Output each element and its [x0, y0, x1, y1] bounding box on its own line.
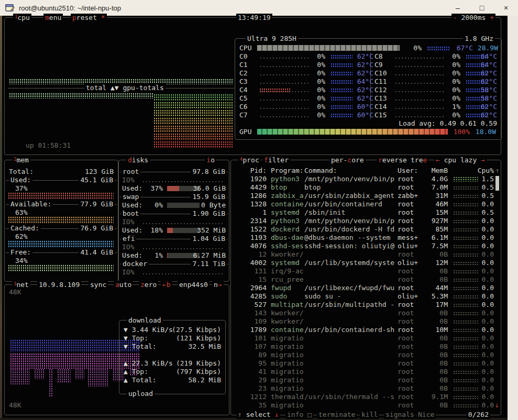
process-program: sshd-ses [271, 242, 304, 250]
process-row[interactable]: 1920python3/mnt/python/venv/bin/proot4.0… [231, 175, 501, 183]
disk-io-label: IO% [122, 176, 134, 184]
process-user: oliu+ [398, 259, 423, 267]
process-row[interactable]: 15rcu_preeroot0B0.0 [231, 275, 501, 284]
process-row[interactable]: 109kworker/root0B0.0 [231, 317, 501, 326]
terminate-button[interactable]: terminate [317, 411, 357, 419]
process-row[interactable]: 89migratioroot0B0.0 [231, 351, 501, 359]
process-row[interactable]: 1286zabbix_a/usr/sbin/zabbix_agentzabb+3… [231, 192, 501, 200]
process-user: root [398, 334, 423, 342]
process-cpu: 0.5 [468, 183, 494, 192]
disk-io-graph [142, 248, 224, 250]
net-prev-iface-button[interactable]: ←b [161, 281, 172, 289]
process-mem: 0B [425, 351, 448, 359]
process-mem: 0B [425, 275, 448, 284]
process-row[interactable]: 527multipat/usr/sbin/multipathd -root17M… [231, 301, 501, 309]
gpu-graph-row [153, 94, 233, 101]
signals-button[interactable]: signals [384, 411, 416, 419]
download-total-label: ▼ Total: [124, 342, 157, 351]
process-row[interactable]: 1328containe/usr/bin/containerdroot46M0.… [231, 200, 501, 208]
upload-graph-spike [49, 369, 53, 397]
uptime: up 01:58:31 [26, 141, 71, 150]
net-sync-toggle[interactable]: sync [89, 281, 108, 289]
process-cpu: 0.0 [468, 317, 494, 326]
disk-rows: root97.8 GiBIO%Used:37%36.0 GiBswap15.9 … [119, 160, 229, 281]
process-row[interactable]: 23migratioroot0B0.0 [231, 384, 501, 393]
process-row[interactable]: 12kworker/root0B0.0 [231, 250, 501, 259]
refresh-control: - 2000ms + [451, 14, 495, 22]
graph-mode-label[interactable]: total ▲▼ gpu-totals [84, 84, 166, 92]
process-row[interactable]: 4429btopbtoproot7.0M0.5 [231, 183, 501, 192]
process-row[interactable]: 1789containe/usr/bin/containerd-shroot10… [231, 326, 501, 334]
disk-name-divider: efi1.04 GiB [120, 235, 228, 243]
process-row[interactable]: 1193dbus-dae@dbus-daemon --systemmess+6.… [231, 234, 501, 242]
mem-meter-percent: 62% [15, 233, 27, 241]
disk-used-bar-fill [167, 253, 168, 258]
process-row[interactable]: 1systemd/sbin/initroot15M0.5 [231, 208, 501, 217]
kill-button[interactable]: kill [360, 411, 379, 419]
refresh-minus-button[interactable]: - [453, 14, 457, 21]
upload-graph-spike [57, 369, 71, 383]
process-row[interactable]: 107migratioroot0B0.0 [231, 342, 501, 351]
process-row[interactable]: 1522dockerd/usr/bin/dockerd -H fdroot85M… [231, 225, 501, 234]
process-cpu: 0.0 [468, 359, 494, 368]
process-mem: 0B [425, 401, 448, 410]
close-button[interactable]: × [494, 0, 518, 16]
process-command: /usr/sbin/zabbix_agent [304, 192, 396, 200]
process-cpu: 0.0 [468, 326, 494, 334]
net-auto-toggle[interactable]: auto [114, 281, 133, 289]
process-cpu: 0.0 [468, 275, 494, 284]
process-row[interactable]: 4002systemd/usr/lib/systemd/systeoliu+12… [231, 259, 501, 267]
upload-graph-spike [87, 369, 108, 386]
disk-io-graph [142, 273, 224, 275]
net-box: 3net 10.9.8.109 sync auto zero ←b enp44s… [4, 284, 229, 415]
process-pid: 4285 [235, 292, 267, 301]
disk-name: root [121, 168, 140, 176]
process-row[interactable]: 1212thermald/usr/sbin/thermald --sroot9.… [231, 393, 501, 401]
disk-io-graph [142, 223, 224, 225]
refresh-plus-button[interactable]: + [490, 14, 494, 21]
core-percent: 0% [444, 61, 460, 69]
process-row[interactable]: 4285sudosudo su -oliu+5.3M0.0 [231, 292, 501, 301]
process-pid: 2964 [235, 284, 267, 292]
disk-name-divider: docker7.11 TiB [120, 260, 228, 268]
process-row[interactable]: 95migratioroot0B0.0 [231, 359, 501, 368]
terminal-scrollbar[interactable] [508, 16, 518, 420]
upload-total-value: 58.2 MiB [188, 376, 221, 384]
process-row[interactable]: 35migratioroot0B0.0 [231, 401, 501, 410]
process-command: btop [304, 183, 396, 192]
upload-graph-spike [34, 369, 45, 379]
mem-meter-label: Cached: [9, 224, 41, 233]
info-button[interactable]: info □ [285, 411, 313, 419]
net-next-iface-button[interactable]: n→ [212, 281, 224, 289]
net-scale-bottom: 48K [9, 401, 21, 410]
process-row[interactable]: 29migratioroot0B0.0 [231, 376, 501, 384]
mem-meter-divider: Available:77.9 GiB [6, 200, 117, 208]
preset-button[interactable]: preset * [71, 14, 107, 22]
nice-button[interactable]: Nice [416, 411, 436, 419]
disk-name: efi [121, 235, 136, 243]
mem-meter-graph [8, 216, 114, 223]
core-temp: 64°C [478, 61, 497, 69]
cpu-core-row: C150%62°C [235, 111, 501, 119]
disk-used-label: Used: [122, 251, 142, 260]
process-mem: 7.5M [425, 242, 448, 250]
process-pid: 4076 [235, 242, 267, 250]
scroll-down-icon[interactable]: ↓ [495, 401, 499, 410]
process-row[interactable]: 2964fwupd/usr/libexec/fwupd/fwuroot44M0.… [231, 284, 501, 292]
process-row[interactable]: 131irq/9-acroot0B0.0 [231, 267, 501, 275]
select-control[interactable]: ↑ select ↓ [236, 411, 280, 419]
core-percent: 0% [444, 52, 460, 61]
process-row[interactable]: 4076sshd-sessshd-session: oliutyi@oliu+7… [231, 242, 501, 250]
proc-scrollbar-thumb[interactable] [495, 176, 499, 191]
tab-cpu[interactable]: 1cpu [13, 14, 31, 23]
process-row[interactable]: 41migratioroot0B0.0 [231, 368, 501, 376]
core-name: C13 [374, 94, 387, 103]
process-user: root [398, 351, 423, 359]
process-row[interactable]: 143kworker/root0B0.0 [231, 309, 501, 317]
menu-button[interactable]: menu [43, 14, 63, 22]
disk-used-row: Used:18%352 MiB [119, 226, 229, 235]
net-zero-toggle[interactable]: zero [139, 281, 158, 289]
process-row[interactable]: 2314python3/mnt/python/venv/bin/proot927… [231, 217, 501, 225]
process-cpu: 0.0 [468, 250, 494, 259]
process-row[interactable]: 101migratioroot0B0.0 [231, 334, 501, 342]
